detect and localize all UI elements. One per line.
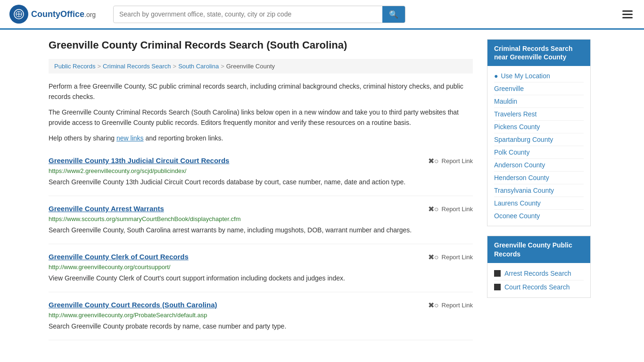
nearby-location-item: Travelers Rest: [494, 108, 584, 121]
record-desc-0: Search Greenville County 13th Judicial C…: [49, 177, 473, 187]
record-desc-1: Search Greenville County, South Carolina…: [49, 225, 473, 235]
nearby-location-item: Henderson County: [494, 172, 584, 184]
record-title-1[interactable]: Greenville County Arrest Warrants: [49, 205, 164, 213]
record-url-3: http://www.greenvillecounty.org/ProbateS…: [49, 312, 473, 319]
logo-icon: [9, 5, 28, 24]
report-icon-1: ✖○: [428, 205, 439, 214]
breadcrumb-sep-3: >: [221, 63, 224, 70]
report-label-2: Report Link: [442, 254, 473, 261]
breadcrumb-sep-1: >: [97, 63, 101, 70]
nearby-location-link-3[interactable]: Pickens County: [494, 123, 540, 131]
public-record-item: Arrest Records Search: [494, 267, 584, 280]
record-url-2: http://www.greenvillecounty.org/courtsup…: [49, 263, 473, 271]
nearby-location-item: Spartanburg County: [494, 133, 584, 146]
public-record-item: Court Records Search: [494, 280, 584, 294]
record-url-0: https://www2.greenvillecounty.org/scjd/p…: [49, 167, 473, 174]
breadcrumb-sep-2: >: [173, 63, 177, 70]
report-icon-2: ✖○: [428, 253, 439, 262]
record-entry: Greenville County Arrest Warrants ✖○ Rep…: [49, 196, 473, 244]
report-label-3: Report Link: [442, 302, 473, 309]
report-icon-0: ✖○: [428, 156, 439, 165]
record-desc-3: Search Greenville County probate records…: [49, 321, 473, 331]
new-links-link[interactable]: new links: [116, 134, 144, 142]
use-my-location-link[interactable]: Use My Location: [501, 72, 550, 80]
nearby-location-item: Oconee County: [494, 210, 584, 222]
nearby-location-item: Anderson County: [494, 159, 584, 172]
report-link-2[interactable]: ✖○ Report Link: [428, 253, 473, 262]
description-para2: The Greenville County Criminal Records S…: [49, 107, 473, 128]
main-container: Greenville County Criminal Records Searc…: [39, 30, 605, 350]
public-records-content: Arrest Records Search Court Records Sear…: [487, 263, 590, 297]
nearby-location-item: Mauldin: [494, 95, 584, 108]
nearby-box: Criminal Records Search near Greenville …: [487, 39, 591, 226]
record-entry: Greenville County Clerk of Court Records…: [49, 244, 473, 292]
nearby-location-link-10[interactable]: Oconee County: [494, 212, 540, 220]
breadcrumb-south-carolina[interactable]: South Carolina: [178, 63, 219, 70]
content-area: Greenville County Criminal Records Searc…: [49, 39, 473, 340]
page-title: Greenville County Criminal Records Searc…: [49, 39, 473, 51]
nearby-location-link-0[interactable]: Greenville: [494, 85, 524, 92]
nearby-location-item: Greenville: [494, 82, 584, 95]
nearby-location-link-8[interactable]: Transylvania County: [494, 187, 554, 194]
nearby-location-item: Pickens County: [494, 121, 584, 133]
record-title-2[interactable]: Greenville County Clerk of Court Records: [49, 253, 189, 261]
record-entry: Greenville County 13th Judicial Circuit …: [49, 148, 473, 196]
sidebar: Criminal Records Search near Greenville …: [487, 39, 591, 340]
nearby-locations-list: GreenvilleMauldinTravelers RestPickens C…: [494, 82, 584, 222]
nearby-content: ● Use My Location GreenvilleMauldinTrave…: [487, 66, 590, 226]
search-button[interactable]: 🔍: [382, 6, 405, 23]
nearby-location-link-9[interactable]: Laurens County: [494, 199, 541, 207]
record-desc-2: View Greenville County Clerk of Court's …: [49, 273, 473, 283]
breadcrumb-criminal-records[interactable]: Criminal Records Search: [103, 63, 171, 70]
report-link-3[interactable]: ✖○ Report Link: [428, 301, 473, 310]
nearby-location-link-6[interactable]: Anderson County: [494, 161, 545, 169]
nearby-location-link-4[interactable]: Spartanburg County: [494, 136, 553, 143]
record-title-0[interactable]: Greenville County 13th Judicial Circuit …: [49, 156, 229, 165]
public-record-link-0[interactable]: Arrest Records Search: [504, 270, 571, 277]
nearby-location-link-5[interactable]: Polk County: [494, 148, 529, 156]
record-url-1: https://www.sccourts.org/summaryCourtBen…: [49, 215, 473, 222]
nearby-location-link-1[interactable]: Mauldin: [494, 98, 517, 105]
search-input[interactable]: [114, 7, 382, 22]
search-bar: 🔍: [113, 6, 405, 23]
report-icon-3: ✖○: [428, 301, 439, 310]
report-label-0: Report Link: [442, 157, 473, 165]
nearby-location-link-2[interactable]: Travelers Rest: [494, 110, 537, 118]
report-link-0[interactable]: ✖○ Report Link: [428, 156, 473, 165]
nearby-location-item: Laurens County: [494, 197, 584, 210]
description-para3: Help others by sharing new links and rep…: [49, 133, 473, 143]
nearby-location-item: Transylvania County: [494, 184, 584, 197]
report-label-1: Report Link: [442, 206, 473, 213]
public-records-list: Arrest Records Search Court Records Sear…: [494, 267, 584, 294]
breadcrumb-public-records[interactable]: Public Records: [54, 63, 95, 70]
location-pin-icon: ●: [494, 72, 498, 80]
use-my-location-item[interactable]: ● Use My Location: [494, 70, 584, 82]
record-entry: Greenville County Court Records (South C…: [49, 292, 473, 340]
public-records-box: Greenville County Public Records Arrest …: [487, 236, 591, 297]
records-list: Greenville County 13th Judicial Circuit …: [49, 148, 473, 340]
breadcrumb-current: Greenville County: [226, 63, 275, 70]
logo-area: CountyOffice.org: [9, 5, 104, 24]
record-type-icon-1: [494, 284, 501, 290]
record-type-icon-0: [494, 270, 501, 277]
logo-text: CountyOffice.org: [31, 9, 96, 19]
report-link-1[interactable]: ✖○ Report Link: [428, 205, 473, 214]
public-record-link-1[interactable]: Court Records Search: [504, 283, 570, 291]
nearby-location-item: Polk County: [494, 146, 584, 159]
breadcrumb: Public Records > Criminal Records Search…: [49, 59, 473, 74]
record-title-3[interactable]: Greenville County Court Records (South C…: [49, 301, 217, 309]
description-para1: Perform a free Greenville County, SC pub…: [49, 81, 473, 102]
site-header: CountyOffice.org 🔍: [0, 0, 644, 30]
nearby-location-link-7[interactable]: Henderson County: [494, 174, 549, 181]
nearby-title: Criminal Records Search near Greenville …: [487, 40, 590, 66]
hamburger-menu-button[interactable]: [620, 8, 635, 20]
public-records-title: Greenville County Public Records: [487, 236, 590, 263]
